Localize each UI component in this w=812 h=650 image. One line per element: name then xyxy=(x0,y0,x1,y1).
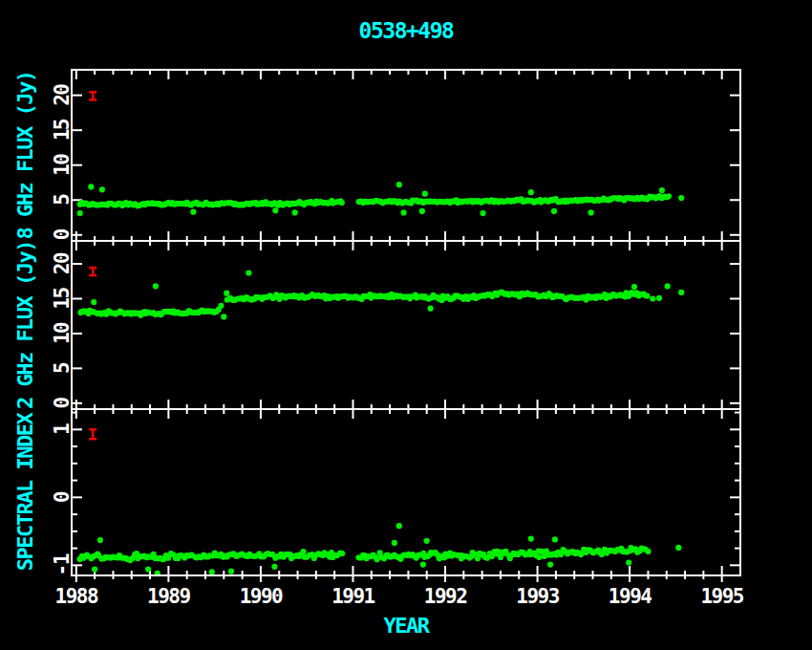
data-point xyxy=(424,538,430,544)
data-point xyxy=(678,290,684,295)
data-point xyxy=(665,283,671,289)
data-point xyxy=(77,210,83,216)
data-point xyxy=(301,549,307,554)
data-point xyxy=(190,209,196,215)
data-point xyxy=(99,186,105,192)
x-tick-label-year: 1988 xyxy=(55,585,98,608)
data-point xyxy=(153,283,159,289)
data-point xyxy=(656,295,662,301)
data-point xyxy=(271,564,277,570)
y-tick-label-spectral-index: 1 xyxy=(51,423,74,435)
y-tick-label-2ghz-flux: 5 xyxy=(51,362,74,374)
x-tick-label-year: 1989 xyxy=(147,585,190,608)
data-point xyxy=(428,306,434,312)
data-point xyxy=(631,284,637,290)
data-point xyxy=(246,270,251,275)
x-tick-label-year: 1995 xyxy=(700,585,743,608)
data-point xyxy=(209,569,215,574)
y-tick-label-2ghz-flux: 0 xyxy=(51,397,74,408)
data-point xyxy=(401,209,407,215)
data-point xyxy=(218,303,224,309)
data-point xyxy=(645,549,651,554)
data-point xyxy=(224,291,229,296)
data-point xyxy=(396,182,402,187)
y-axis-title-spectral-index: SPECTRAL INDEX xyxy=(13,413,37,572)
data-point xyxy=(678,195,684,201)
data-point xyxy=(481,210,486,216)
y-axis-title-8ghz-flux: 8 GHz FLUX (Jy) xyxy=(13,71,37,239)
data-point xyxy=(547,562,553,568)
x-tick-label-year: 1992 xyxy=(424,585,467,608)
data-point xyxy=(339,200,345,206)
y-tick-label-spectral-index: 0 xyxy=(51,491,74,503)
data-point xyxy=(228,569,234,574)
data-point xyxy=(392,540,397,546)
data-point xyxy=(551,208,557,214)
y-tick-label-2ghz-flux: 20 xyxy=(51,252,74,274)
data-point xyxy=(528,189,534,195)
data-point xyxy=(88,184,94,189)
data-point xyxy=(675,545,681,551)
data-point xyxy=(145,567,151,573)
x-tick-label-year: 1991 xyxy=(331,585,374,608)
data-point xyxy=(419,208,425,214)
y-tick-label-2ghz-flux: 10 xyxy=(51,322,74,344)
y-tick-label-8ghz-flux: 15 xyxy=(51,119,74,141)
x-tick-label-year: 1994 xyxy=(609,585,652,608)
y-tick-label-8ghz-flux: 0 xyxy=(51,228,74,240)
x-axis-title: YEAR xyxy=(384,614,431,638)
radio-flux-monitoring-chart: 0538+498 YEAR 8 GHz FLUX (Jy) 2 GHz FLUX… xyxy=(0,0,812,650)
data-point xyxy=(650,295,655,301)
y-tick-label-spectral-index: -1 xyxy=(51,553,74,575)
y-tick-label-2ghz-flux: 15 xyxy=(51,287,74,309)
data-point xyxy=(92,567,97,573)
x-tick-label-year: 1990 xyxy=(240,585,283,608)
data-point xyxy=(91,299,96,305)
data-point xyxy=(396,523,402,529)
x-tick-label-year: 1993 xyxy=(516,585,559,608)
data-point xyxy=(552,536,558,542)
data-point xyxy=(659,187,665,193)
data-point xyxy=(528,536,534,542)
data-point xyxy=(666,193,672,199)
data-point xyxy=(588,209,594,215)
data-point xyxy=(221,314,226,319)
data-point xyxy=(339,551,345,556)
chart-title: 0538+498 xyxy=(359,18,454,43)
data-point xyxy=(422,191,428,197)
y-tick-label-8ghz-flux: 20 xyxy=(51,84,74,106)
y-tick-label-8ghz-flux: 10 xyxy=(51,154,74,176)
data-point xyxy=(644,293,650,299)
data-point xyxy=(626,559,631,565)
data-point xyxy=(272,207,278,213)
data-point xyxy=(536,554,542,560)
y-tick-label-8ghz-flux: 5 xyxy=(51,194,74,206)
data-point xyxy=(420,562,426,568)
data-point xyxy=(292,209,298,215)
y-axis-title-2ghz-flux: 2 GHz FLUX (Jy) xyxy=(13,241,37,409)
data-point xyxy=(97,537,103,543)
